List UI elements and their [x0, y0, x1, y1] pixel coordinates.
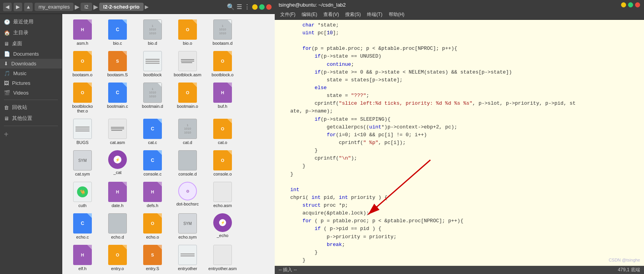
- list-view-button[interactable]: ☰: [237, 3, 242, 11]
- editor-control-min[interactable]: [621, 2, 626, 7]
- file-item[interactable]: cat.asm: [100, 116, 135, 147]
- line-text: char *state;: [290, 21, 339, 29]
- nav-back-button[interactable]: ◀: [3, 3, 12, 11]
- file-item[interactable]: C echo.c: [65, 211, 100, 242]
- editor-titlebar: tsinghe@ubuntu: ~/csdn_lab2: [275, 0, 644, 10]
- file-item[interactable]: C bio.c: [100, 17, 135, 48]
- file-name: echo.c: [76, 235, 89, 239]
- window-control-close[interactable]: [266, 4, 272, 10]
- file-item[interactable]: 110101010 bootasm.d: [205, 17, 240, 48]
- menu-view[interactable]: 查看(V): [320, 10, 342, 19]
- file-item[interactable]: 🐪 cuth: [65, 179, 100, 210]
- file-item[interactable]: O bootblocko ther.o: [65, 80, 100, 116]
- line-text: int: [290, 186, 299, 194]
- sidebar-item-music[interactable]: 🎵 Music: [0, 68, 62, 78]
- file-name: cat.asm: [110, 140, 125, 145]
- sidebar-item-other[interactable]: 🖥 其他位置: [0, 113, 62, 124]
- file-item[interactable]: 110101010 bootmain.d: [135, 80, 170, 116]
- code-line-13: if(p->state == SLEEPING){: [275, 116, 644, 123]
- file-item[interactable]: C bootmain.c: [100, 80, 135, 116]
- window-control-min[interactable]: [252, 4, 258, 10]
- breadcrumb-item-1[interactable]: my_examples: [35, 3, 74, 11]
- menu-file[interactable]: 文件(F): [277, 10, 298, 19]
- file-name: bootblock.asm: [174, 72, 202, 77]
- file-item[interactable]: O entry.o: [100, 242, 135, 273]
- menu-search[interactable]: 搜索(S): [342, 10, 364, 19]
- file-name: defs.h: [147, 203, 158, 208]
- file-item[interactable]: H elf.h: [65, 242, 100, 273]
- file-grid: H asm.h C bio.c 110101010 bio.d O bio.o: [62, 14, 275, 274]
- sidebar-item-documents[interactable]: 📄 Documents: [0, 49, 62, 59]
- file-item[interactable]: H defs.h: [135, 179, 170, 210]
- file-item[interactable]: H asm.h: [65, 17, 100, 48]
- file-name: cat.sym: [75, 172, 90, 176]
- file-item[interactable]: O bio.o: [170, 17, 205, 48]
- file-item[interactable]: entryother: [170, 242, 205, 273]
- line-text: ate, p->name);: [290, 107, 333, 115]
- file-item[interactable]: S bootasm.S: [100, 49, 135, 79]
- sidebar-item-trash[interactable]: 🗑 回收站: [0, 102, 62, 113]
- file-item[interactable]: echo.asm: [205, 179, 240, 210]
- menu-button[interactable]: ⋮: [244, 3, 250, 11]
- file-name: bootmain.c: [107, 104, 128, 109]
- file-item[interactable]: C console.c: [135, 148, 170, 179]
- nav-forward-button[interactable]: ▶: [14, 3, 22, 11]
- file-name: bootasm.d: [212, 41, 232, 46]
- window-control-max[interactable]: [259, 4, 265, 10]
- search-button[interactable]: 🔍: [227, 3, 235, 11]
- file-item[interactable]: O echo.o: [135, 211, 170, 242]
- sidebar-item-downloads[interactable]: ⬇ Downloads: [0, 59, 62, 68]
- sidebar-add-button[interactable]: +: [0, 128, 62, 141]
- line-num: [276, 123, 290, 131]
- file-item[interactable]: H buf.h: [205, 80, 240, 116]
- sidebar-item-home[interactable]: 🏠 主目录: [0, 27, 62, 38]
- file-item[interactable]: ⚡ _cat: [100, 148, 135, 179]
- trash-icon: 🗑: [4, 105, 9, 111]
- file-item[interactable]: O bootasm.o: [65, 49, 100, 79]
- sidebar-item-recent[interactable]: 🕐 最近使用: [0, 16, 62, 27]
- file-item[interactable]: console.d: [170, 148, 205, 179]
- file-name: date.h: [112, 203, 124, 208]
- file-item[interactable]: bootblock: [135, 49, 170, 79]
- file-item[interactable]: SYM echo.sym: [170, 211, 205, 242]
- sidebar-item-desktop[interactable]: 🖥 桌面: [0, 38, 62, 49]
- app-container: ◀ ▶ ▲ my_examples ▶ l2 ▶ l2-2-sched-prio…: [0, 0, 644, 274]
- file-icon-bugs: [73, 119, 92, 139]
- file-name: echo.asm: [213, 203, 232, 208]
- file-item[interactable]: O console.o: [205, 148, 240, 179]
- file-icon-cat-sym: SYM: [73, 150, 92, 170]
- breadcrumb-expand-button[interactable]: ▶: [145, 4, 149, 10]
- editor-control-close[interactable]: [635, 2, 640, 7]
- editor-control-max[interactable]: [628, 2, 633, 7]
- music-icon: 🎵: [4, 70, 10, 76]
- file-item[interactable]: C cat.c: [135, 116, 170, 147]
- nav-up-button[interactable]: ▲: [24, 3, 33, 11]
- menu-terminal[interactable]: 终端(T): [364, 10, 385, 19]
- sidebar-item-videos[interactable]: 🎬 Videos: [0, 88, 62, 98]
- file-item[interactable]: S entry.S: [135, 242, 170, 273]
- menu-edit[interactable]: 编辑(E): [298, 10, 320, 19]
- file-item[interactable]: BUGS: [65, 116, 100, 147]
- sidebar-item-pictures[interactable]: 🖼 Pictures: [0, 78, 62, 88]
- breadcrumb-item-2[interactable]: l2: [81, 3, 92, 11]
- file-item[interactable]: echo.d: [100, 211, 135, 242]
- breadcrumb-item-3[interactable]: l2-2-sched-prio: [99, 3, 143, 11]
- file-item[interactable]: H date.h: [100, 179, 135, 210]
- code-content[interactable]: char *state; uint pc[10]; for(p = ptable…: [275, 20, 644, 266]
- line-num: [276, 217, 290, 225]
- file-name: buf.h: [218, 104, 227, 109]
- file-item[interactable]: 110101010 cat.d: [170, 116, 205, 147]
- line-text: for(i=0; i<10 && pc[i] != 0; i++): [290, 131, 427, 139]
- file-item[interactable]: 110101010 bio.d: [135, 17, 170, 48]
- file-item[interactable]: ⚙ dot-bochsrc: [170, 179, 205, 210]
- file-icon-bootasm-s: S: [108, 51, 127, 71]
- file-item[interactable]: O bootmain.o: [170, 80, 205, 116]
- file-item[interactable]: SYM cat.sym: [65, 148, 100, 179]
- menu-help[interactable]: 帮助(H): [386, 10, 408, 19]
- file-item[interactable]: entryother.asm: [205, 242, 240, 273]
- file-item[interactable]: O cat.o: [205, 116, 240, 147]
- file-item[interactable]: O bootblock.o: [205, 49, 240, 79]
- file-item[interactable]: bootblock.asm: [170, 49, 205, 79]
- file-name: entryother.asm: [209, 266, 237, 271]
- file-item[interactable]: ⚡ _echo: [205, 211, 240, 242]
